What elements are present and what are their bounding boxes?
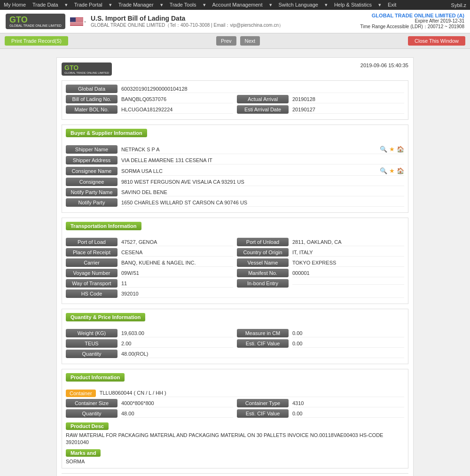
quantity-price-header: Quantity & Price Information (66, 313, 145, 321)
nav-trade-data[interactable]: Trade Data (32, 2, 58, 8)
esti-arrival-label: Esti Arrival Date (237, 105, 289, 114)
shipper-name-label: Shipper Name (66, 145, 118, 154)
shipper-star-icon[interactable]: ★ (389, 146, 395, 153)
teus-value: 2.00 (121, 340, 233, 348)
header-title-area: U.S. Import Bill of Lading Data GLOBAL T… (91, 15, 283, 29)
print-record-button-top[interactable]: Print Trade Record(S) (5, 36, 68, 46)
product-qty-cif-row: Quantity 48.00 Esti. CIF Value 0.00 (66, 409, 404, 418)
logo-text: GTO (9, 15, 28, 24)
way-inbond-row: Way of Transport 11 In-bond Entry (66, 279, 404, 288)
transportation-header: Transportation Information (66, 222, 141, 230)
container-value: TLLU8060044 ( CN / L / HH ) (100, 389, 404, 397)
record-datetime: 2019-09-06 15:40:35 (360, 62, 408, 68)
weight-value: 19,603.00 (121, 329, 233, 337)
shipper-search-icon[interactable]: 🔍 (380, 146, 387, 153)
bol-label: Bill of Lading No. (66, 95, 118, 103)
record-content: GTO GLOBAL TRADE ONLINE LIMITED 2019-09-… (56, 57, 414, 476)
flag-area: - (70, 17, 86, 26)
mater-bol-col: Mater BOL No. HLCUGOA181292224 (66, 105, 233, 114)
carrier-vessel-row: Carrier BANQ, KUEHNE & NAGEL INC. Vessel… (66, 258, 404, 267)
global-data-value: 60032019012900000104128 (121, 85, 404, 93)
carrier-label: Carrier (66, 258, 118, 267)
actual-arrival-col: Actual Arrival 20190128 (237, 95, 404, 103)
svg-rect-8 (70, 23, 83, 23)
notify-party-name-label: Notify Party Name (66, 188, 118, 196)
logo: GTO GLOBAL TRADE ONLINE LIMITED (6, 14, 65, 29)
consignee-name-label: Consignee Name (66, 167, 118, 175)
voyage-manifest-row: Voyage Number 09W/51 Manifest No. 000001 (66, 269, 404, 277)
inbond-label: In-bond Entry (237, 279, 289, 288)
manifest-value: 000001 (292, 269, 404, 277)
actual-arrival-value: 20190128 (292, 95, 404, 103)
notify-party-label: Notify Party (66, 198, 118, 207)
container-type-label: Container Type (237, 399, 289, 407)
ldr-info: Time Range Accessible (LDR)：200712 ~ 201… (360, 23, 464, 30)
record-logo-sub: GLOBAL TRADE ONLINE LIMITED (64, 71, 109, 74)
header-right: GLOBAL TRADE ONLINE LIMITED (A) Expire A… (360, 13, 464, 30)
vessel-label: Vessel Name (237, 258, 289, 267)
container-size-col: Container Size 4000*806*800 (66, 399, 233, 407)
weight-col: Weight (KG) 19,603.00 (66, 329, 233, 337)
close-window-button-top[interactable]: Close This Window (408, 36, 465, 46)
nav-trade-manager[interactable]: Trade Manager (118, 2, 154, 8)
record-logo-text: GTO (64, 64, 78, 71)
shipper-address-value: VIA DELLE AMARENE 131 CESENA IT (121, 156, 404, 164)
receipt-origin-row: Place of Receipt CESENA Country of Origi… (66, 248, 404, 257)
marks-value: SORMA (66, 459, 404, 464)
svg-rect-7 (70, 22, 83, 22)
voyage-label: Voyage Number (66, 269, 118, 277)
consignee-search-icon[interactable]: 🔍 (380, 167, 387, 174)
teus-cif-row: TEUS 2.00 Esti. CIF Value 0.00 (66, 339, 404, 348)
consignee-name-value: SORMA USA LLC 🔍 ★ 🏠 (121, 166, 404, 176)
esti-arrival-col: Esti Arrival Date 20190127 (237, 105, 404, 114)
measure-label: Measure in CM (237, 329, 289, 337)
quantity-label: Quantity (66, 350, 118, 358)
bol-col: Bill of Lading No. BANQBLQ0537076 (66, 95, 233, 103)
header-left: GTO GLOBAL TRADE ONLINE LIMITED (6, 14, 283, 29)
top-toolbar: Print Trade Record(S) Prev Next Close Th… (0, 33, 470, 49)
nav-exit[interactable]: Exit (388, 2, 396, 8)
container-type-value: 4310 (292, 399, 404, 407)
country-origin-value: IT, ITALY (292, 249, 404, 257)
shipper-home-icon[interactable]: 🏠 (397, 146, 404, 153)
consignee-name-with-icons: SORMA USA LLC 🔍 ★ 🏠 (121, 167, 404, 174)
basic-info-section: Global Data 60032019012900000104128 Bill… (62, 80, 408, 120)
country-origin-label: Country of Origin (237, 248, 289, 257)
nav-switch-language[interactable]: Switch Language (279, 2, 318, 8)
buyer-supplier-header: Buyer & Supplier Information (66, 129, 147, 137)
consignee-star-icon[interactable]: ★ (389, 167, 395, 174)
voyage-col: Voyage Number 09W/51 (66, 269, 233, 277)
way-transport-col: Way of Transport 11 (66, 279, 233, 288)
carrier-value: BANQ, KUEHNE & NAGEL INC. (121, 259, 233, 267)
product-desc-area: Product Desc RAW MATERIAL FOR PACKAGING … (66, 420, 404, 446)
record-footer: U.S. Import Bill of Lading Data 1 / 1 60… (62, 473, 408, 476)
nav-trade-tools[interactable]: Trade Tools (170, 2, 196, 8)
nav-account-management[interactable]: Account Management (212, 2, 263, 8)
svg-rect-11 (70, 24, 83, 25)
shipper-name-value: NETPACK S P A 🔍 ★ 🏠 (121, 145, 404, 154)
container-badge: Container (66, 390, 96, 397)
nav-help-statistics[interactable]: Help & Statistics (334, 2, 372, 8)
shipper-name-row: Shipper Name NETPACK S P A 🔍 ★ 🏠 (66, 145, 404, 154)
consignee-home-icon[interactable]: 🏠 (397, 167, 404, 174)
place-receipt-label: Place of Receipt (66, 248, 118, 257)
port-unload-label: Port of Unload (237, 238, 289, 246)
country-origin-col: Country of Origin IT, ITALY (237, 248, 404, 257)
shipper-name-with-icons: NETPACK S P A 🔍 ★ 🏠 (121, 146, 404, 153)
carrier-col: Carrier BANQ, KUEHNE & NAGEL INC. (66, 258, 233, 267)
svg-rect-13 (70, 17, 76, 22)
container-size-value: 4000*806*800 (121, 399, 233, 407)
nav-trade-portal[interactable]: Trade Portal (74, 2, 102, 8)
notify-party-name-value: SAVINO DEL BENE (121, 188, 404, 196)
port-unload-col: Port of Unload 2811, OAKLAND, CA (237, 238, 404, 246)
place-receipt-col: Place of Receipt CESENA (66, 248, 233, 257)
shipper-address-label: Shipper Address (66, 156, 118, 164)
prev-button-top[interactable]: Prev (216, 36, 236, 46)
nav-my-home[interactable]: My Home (4, 2, 26, 8)
vessel-value: TOKYO EXPRESS (292, 259, 404, 267)
way-transport-label: Way of Transport (66, 279, 118, 288)
actual-arrival-label: Actual Arrival (237, 95, 289, 103)
transportation-section: Transportation Information Port of Load … (62, 218, 408, 304)
port-unload-value: 2811, OAKLAND, CA (292, 238, 404, 246)
next-button-top[interactable]: Next (240, 36, 260, 46)
